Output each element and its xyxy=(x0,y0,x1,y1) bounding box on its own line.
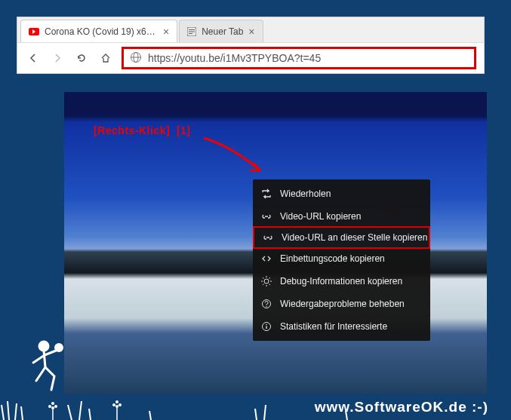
ctx-label: Video-URL an dieser Stelle kopieren xyxy=(282,232,427,243)
svg-point-18 xyxy=(51,402,54,405)
close-icon[interactable]: × xyxy=(163,26,169,38)
svg-rect-2 xyxy=(189,31,195,32)
help-icon xyxy=(260,298,272,310)
repeat-icon xyxy=(260,188,272,200)
svg-point-21 xyxy=(119,403,122,406)
ctx-label: Statistiken für Interessierte xyxy=(280,321,387,332)
svg-rect-3 xyxy=(189,33,192,34)
forward-button[interactable] xyxy=(49,50,66,66)
tab-active[interactable]: Corona KO (Covid 19) x64 auf N × xyxy=(20,20,177,42)
svg-point-15 xyxy=(51,406,54,409)
url-text: https://youtu.be/i1Mv3TPYBOA?t=45 xyxy=(148,52,321,64)
page-icon xyxy=(187,27,196,36)
browser-window: Corona KO (Covid 19) x64 auf N × Neuer T… xyxy=(17,17,485,74)
ctx-label: Einbettungscode kopieren xyxy=(280,253,385,264)
debug-icon xyxy=(260,275,272,287)
youtube-icon xyxy=(29,28,39,35)
ctx-item-repeat[interactable]: Wiederholen xyxy=(253,182,430,205)
ctx-item-copy-url-at-time[interactable]: Video-URL an dieser Stelle kopieren xyxy=(253,226,430,249)
svg-rect-1 xyxy=(189,29,195,30)
ctx-label: Wiederholen xyxy=(280,189,331,199)
tab-title: Neuer Tab xyxy=(202,26,243,37)
home-button[interactable] xyxy=(97,50,114,66)
svg-point-17 xyxy=(54,405,57,408)
runner-figure-icon xyxy=(23,337,68,397)
info-icon xyxy=(260,320,272,333)
context-menu: Wiederholen Video-URL kopieren Video-URL… xyxy=(253,179,430,341)
svg-point-22 xyxy=(115,400,119,403)
ctx-item-embed[interactable]: Einbettungscode kopieren xyxy=(253,247,430,270)
svg-point-7 xyxy=(264,279,269,284)
globe-icon xyxy=(130,51,142,66)
svg-point-19 xyxy=(115,405,119,408)
refresh-button[interactable] xyxy=(73,50,90,66)
svg-point-20 xyxy=(112,403,115,406)
svg-point-9 xyxy=(266,306,266,307)
ctx-item-stats[interactable]: Statistiken für Interessierte xyxy=(253,315,430,338)
tab-inactive[interactable]: Neuer Tab × xyxy=(179,20,263,42)
tab-title: Corona KO (Covid 19) x64 auf N xyxy=(45,26,158,37)
tab-bar: Corona KO (Covid 19) x64 auf N × Neuer T… xyxy=(17,17,484,43)
svg-point-14 xyxy=(54,343,63,352)
svg-point-11 xyxy=(266,324,267,326)
link-icon xyxy=(260,210,272,222)
ctx-label: Debug-Informationen kopieren xyxy=(280,276,402,287)
back-button[interactable] xyxy=(25,50,42,66)
ctx-item-debug[interactable]: Debug-Informationen kopieren xyxy=(253,270,430,293)
close-icon[interactable]: × xyxy=(248,26,254,38)
watermark-text: www.SoftwareOK.de :-) xyxy=(315,399,488,415)
svg-point-16 xyxy=(48,405,51,408)
ctx-label: Video-URL kopieren xyxy=(280,211,361,222)
embed-icon xyxy=(260,253,272,265)
ctx-item-troubleshoot[interactable]: Wiedergabeprobleme beheben xyxy=(253,293,430,315)
ctx-label: Wiedergabeprobleme beheben xyxy=(280,299,405,309)
annotation-label-1: [Rechts-Klick] [1] xyxy=(94,124,191,136)
navigation-bar: https://youtu.be/i1Mv3TPYBOA?t=45 xyxy=(17,43,484,73)
address-bar[interactable]: https://youtu.be/i1Mv3TPYBOA?t=45 xyxy=(122,47,476,69)
svg-point-13 xyxy=(39,342,48,351)
ctx-item-copy-url[interactable]: Video-URL kopieren xyxy=(253,205,430,228)
link-icon xyxy=(262,231,274,244)
